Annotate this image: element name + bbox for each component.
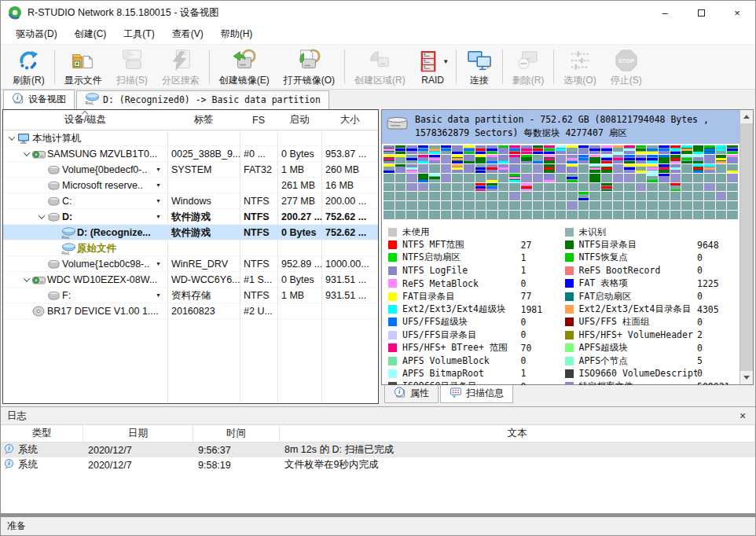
scan-block [716, 192, 727, 200]
tree-cell-fs: NTFS [240, 196, 277, 207]
log-column-header-1[interactable]: 日期 [83, 425, 193, 442]
scan-block [395, 145, 406, 154]
expand-chevron-icon[interactable] [21, 152, 31, 156]
legend-swatch [388, 357, 397, 365]
scan-block [693, 174, 704, 182]
log-close-icon[interactable]: × [736, 409, 749, 422]
close-button[interactable]: × [719, 1, 755, 24]
log-column-header-2[interactable]: 时间 [193, 425, 280, 442]
log-time: 9:58:19 [193, 460, 280, 471]
log-row-1[interactable]: i系统2020/12/79:58:19文件枚举在9秒内完成 [1, 457, 755, 472]
scan-block [395, 192, 406, 200]
scan-block [589, 192, 600, 200]
stop-icon: STOP [613, 48, 640, 73]
legend-count: 0 [697, 252, 738, 263]
toolbar-button-label: 删除(R) [512, 74, 545, 87]
row-dropdown-icon[interactable]: ▼ [156, 292, 161, 298]
sub-tab-1[interactable]: 扫描信息 [440, 385, 513, 403]
row-dropdown-icon[interactable]: ▼ [156, 261, 161, 266]
log-column-header-3[interactable]: 文本 [280, 425, 755, 442]
legend-row-r-0: 未识别 [565, 226, 739, 238]
tree-cell-label: SYSTEM [167, 164, 240, 175]
tree-row-4[interactable]: C:▼WindowsNTFS277 MB200.00 ... [3, 193, 378, 209]
tree-row-8[interactable]: Volume{1ecb0c98-..▼WinRE_DRVNTFS952.89 .… [3, 256, 378, 272]
tree-cell-fs: NTFS [240, 290, 277, 301]
menu-item-4[interactable]: 帮助(H) [212, 25, 262, 43]
sub-tab-0[interactable]: i属性 [384, 385, 439, 403]
tree-cell-size: 752.62 ... [321, 227, 378, 238]
expand-chevron-icon[interactable] [36, 215, 46, 219]
toolbar-button-5[interactable]: 打开镜像(O) [277, 46, 342, 88]
scan-block [704, 155, 715, 163]
tree-row-0[interactable]: 本地计算机 [3, 130, 378, 146]
tree-row-11[interactable]: BR17 DEVICE V1.00 1....20160823#2 U... [3, 303, 378, 319]
scan-scrollbar[interactable] [739, 110, 753, 384]
expand-chevron-icon[interactable] [6, 136, 17, 141]
scan-block [578, 164, 589, 173]
scan-block [647, 201, 658, 210]
tree-row-5[interactable]: D:▼软件游戏NTFS200.27 ...752.62 ... [3, 209, 378, 225]
tree-row-3[interactable]: Microsoft reserve..▼261 MB16 MB [3, 178, 378, 193]
tree-column-header-1[interactable]: 标签 [167, 110, 240, 130]
tree-row-10[interactable]: F:▼资料存储NTFS1 MB931.51 ... [3, 288, 378, 303]
scan-block [384, 174, 395, 182]
scrollbar-up-icon[interactable] [740, 110, 753, 123]
scan-block [509, 183, 520, 192]
tree-column-header-3[interactable]: 启动 [277, 110, 321, 130]
scan-block [452, 155, 463, 163]
log-row-0[interactable]: i系统2020/12/79:56:378m 12s 的 D: 扫描已完成 [1, 442, 755, 457]
svg-text:Rec.: Rec. [86, 101, 95, 105]
tree-row-6[interactable]: Rec.D: (Recognize...软件游戏NTFS0 Bytes752.6… [3, 225, 378, 240]
scan-block [601, 164, 612, 173]
tree-cell-size: 953.87 ... [321, 149, 378, 160]
expand-chevron-icon[interactable] [21, 277, 31, 282]
tree-column-header-2[interactable]: FS [240, 110, 277, 130]
row-dropdown-icon[interactable]: ▼ [156, 198, 161, 204]
row-dropdown-icon[interactable]: ▼ [156, 182, 161, 188]
scan-block [589, 174, 600, 182]
scan-block [384, 164, 395, 173]
log-column-header-0[interactable]: 类型 [1, 425, 83, 442]
scan-block [693, 183, 704, 192]
menubar: 驱动器(D)创建(C)工具(T)查看(V)帮助(H) [1, 24, 755, 45]
toolbar-button-8[interactable]: 连接 [459, 46, 500, 88]
scan-block [533, 211, 544, 219]
legend-swatch [388, 305, 397, 314]
tree-row-9[interactable]: WDC WD10EZEX-08W...WD-WCC6Y6...#1 S...0 … [3, 272, 378, 288]
toolbar-button-4[interactable]: 创建镜像(E) [212, 46, 277, 88]
menu-item-3[interactable]: 查看(V) [163, 25, 212, 43]
tree-row-2[interactable]: Volume{0bedecf0-..▼SYSTEMFAT321 MB260 MB [3, 162, 378, 178]
chevron-down-icon[interactable]: ▼ [442, 58, 449, 65]
toolbar-button-0[interactable]: 刷新(R) [6, 46, 52, 88]
tree-row-7[interactable]: Rec.原始文件 [3, 240, 378, 256]
scrollbar-down-icon[interactable] [740, 371, 753, 384]
row-dropdown-icon[interactable]: ▼ [156, 214, 161, 219]
menu-item-2[interactable]: 工具(T) [115, 25, 163, 43]
tree-item-name: 原始文件 [77, 242, 116, 255]
minimize-button[interactable]: – [647, 1, 683, 24]
scan-block [486, 155, 497, 163]
tree-cell-label: Windows [167, 196, 240, 207]
tree-row-1[interactable]: SAMSUNG MZVLB1T0...0025_388B_9...#0 ...0… [3, 146, 378, 162]
legend-swatch [388, 279, 397, 288]
tree-column-header-4[interactable]: 大小 [321, 110, 378, 130]
scan-block [384, 155, 395, 163]
scan-block [578, 174, 589, 182]
menu-item-0[interactable]: 驱动器(D) [7, 25, 66, 43]
legend-row-l-7: UFS/FFS超级块0 [388, 316, 562, 329]
computer-icon [17, 133, 31, 145]
maximize-button[interactable] [683, 1, 719, 24]
tree-column-header-0[interactable]: 设备/磁盘 [3, 110, 167, 130]
tree-item-name: Microsoft reserve.. [62, 180, 143, 191]
toolbar-button-1[interactable]: 显示文件 [57, 46, 109, 88]
view-tab-1[interactable]: Rec.D: (Recognized0) -> Basic data parti… [76, 90, 329, 109]
row-dropdown-icon[interactable]: ▼ [156, 167, 161, 172]
scan-block [395, 183, 406, 192]
scan-block [556, 155, 567, 163]
log-text: 8m 12s 的 D: 扫描已完成 [280, 443, 755, 457]
toolbar-button-7[interactable]: ▼RAID [413, 47, 453, 86]
menu-item-1[interactable]: 创建(C) [66, 25, 116, 43]
toolbar-button-11: STOP停止(S) [604, 46, 649, 88]
scan-block [567, 155, 578, 163]
view-tab-0[interactable]: i设备视图 [3, 90, 75, 109]
